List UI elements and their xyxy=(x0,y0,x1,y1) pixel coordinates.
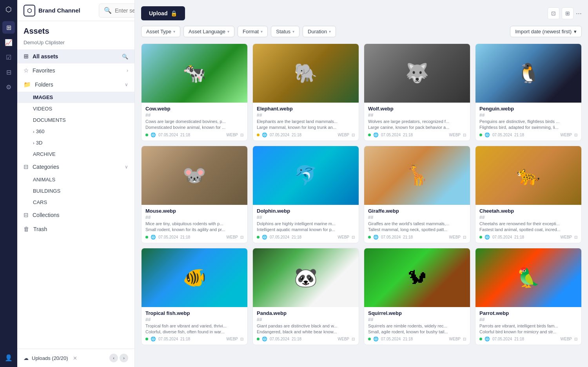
search-input[interactable] xyxy=(115,7,135,14)
asset-card[interactable]: 🐭 Mouse.webp ## Mice are tiny, ubiquitou… xyxy=(141,146,248,243)
asset-name: Giraffe.webp xyxy=(368,208,466,214)
sidebar-header: Assets xyxy=(17,21,134,40)
sidebar-folder-3d[interactable]: › 3D xyxy=(17,137,134,148)
asset-hash: ## xyxy=(257,112,355,118)
sidebar-category-cars[interactable]: CARS xyxy=(17,197,134,208)
asset-meta: 🌐 07.05.2024 21:18 WEBP ⊡ xyxy=(145,132,243,137)
asset-info: Dolphin.webp ## Dolphins are highly inte… xyxy=(253,205,359,243)
search-bar[interactable]: 🔍 xyxy=(99,4,135,18)
asset-desc1: Elephants are the largest land mammals..… xyxy=(257,119,355,131)
asset-card[interactable]: 🐬 Dolphin.webp ## Dolphins are highly in… xyxy=(252,146,359,243)
asset-thumbnail: 🦒 xyxy=(364,146,470,205)
asset-card[interactable]: 🐧 Penguin.webp ## Penguins are distincti… xyxy=(475,43,582,141)
sidebar-category-animals[interactable]: ANIMALS xyxy=(17,174,134,185)
asset-language-filter[interactable]: Asset Language ▾ xyxy=(183,26,234,37)
all-assets-label: All assets xyxy=(33,53,58,60)
asset-hash: ## xyxy=(479,215,577,220)
asset-info: Squirrel.webp ## Squirrels are nimble ro… xyxy=(364,307,470,345)
collapse-sidebar-btn[interactable]: ‹ xyxy=(109,354,118,362)
asset-meta: 🌐 07.05.2024 21:18 WEBP ⊡ xyxy=(257,336,355,342)
sidebar-item-collections[interactable]: ⊟ Collections xyxy=(17,208,134,222)
asset-desc1: Mice are tiny, ubiquitous rodents with p… xyxy=(145,221,243,233)
status-filter[interactable]: Status ▾ xyxy=(271,26,299,37)
upload-button[interactable]: Upload 🔒 xyxy=(141,6,185,20)
rail-user-icon[interactable]: 👤 xyxy=(2,351,15,364)
search-assets-icon[interactable]: 🔍 xyxy=(122,54,128,60)
categories-icon: ⊟ xyxy=(24,163,29,170)
duration-filter[interactable]: Duration ▾ xyxy=(303,26,336,37)
toolbar-right: ⊡ ⊞ ··· xyxy=(548,7,582,19)
asset-language-label: Asset Language xyxy=(189,29,225,34)
sort-select[interactable]: Import date (newest first) ▾ xyxy=(510,26,582,37)
format-filter[interactable]: Format ▾ xyxy=(238,26,268,37)
toolbar-left: Upload 🔒 xyxy=(141,6,185,20)
asset-date: 07.05.2024 xyxy=(158,133,178,137)
status-dot xyxy=(145,338,148,340)
asset-card[interactable]: 🦒 Giraffe.webp ## Giraffes are the world… xyxy=(364,146,470,243)
collections-label: Collections xyxy=(33,212,59,218)
asset-card[interactable]: 🐄 Cow.webp ## Cows are large domesticate… xyxy=(141,43,248,141)
asset-info: Elephant.webp ## Elephants are the large… xyxy=(253,103,359,141)
asset-card[interactable]: 🐠 Tropical fish.webp ## Tropical fish ar… xyxy=(141,248,248,345)
sidebar-folder-videos[interactable]: VIDEOS xyxy=(17,103,134,114)
asset-thumbnail: 🐘 xyxy=(253,44,359,103)
sidebar-footer-nav: ‹ › xyxy=(109,354,128,362)
asset-hash: ## xyxy=(145,112,243,118)
uploads-close-icon[interactable]: ✕ xyxy=(73,355,77,361)
toolbar: Upload 🔒 ⊡ ⊞ ··· xyxy=(141,6,582,20)
asset-card[interactable]: 🐘 Elephant.webp ## Elephants are the lar… xyxy=(252,43,359,141)
more-options-icon[interactable]: ··· xyxy=(576,9,582,18)
asset-format: WEBP xyxy=(338,133,349,137)
asset-date: 07.05.2024 xyxy=(158,337,178,341)
upload-label: Upload xyxy=(149,10,167,16)
trash-label: Trash xyxy=(33,226,47,232)
rail-analytics-icon[interactable]: 📈 xyxy=(2,36,15,49)
asset-card[interactable]: 🦜 Parrot.webp ## Parrots are vibrant, in… xyxy=(475,248,582,345)
asset-meta: 🌐 07.05.2024 21:18 WEBP ⊡ xyxy=(257,132,355,137)
asset-thumb-emoji: 🐘 xyxy=(253,44,359,103)
asset-desc1: Squirrels are nimble rodents, widely rec… xyxy=(368,323,466,335)
asset-card[interactable]: 🐺 Wolf.webp ## Wolves are large predator… xyxy=(364,43,470,141)
asset-card[interactable]: 🐼 Panda.webp ## Giant pandas are distinc… xyxy=(252,248,359,345)
rail-table-icon[interactable]: ⊟ xyxy=(2,66,15,78)
sidebar-category-buildings[interactable]: BUILDINGS xyxy=(17,185,134,197)
upload-cloud-icon: ☁ xyxy=(24,355,29,361)
sidebar-item-all-assets[interactable]: ⊞ All assets 🔍 xyxy=(17,49,134,63)
asset-hash: ## xyxy=(368,215,466,220)
asset-format-icon: ⊡ xyxy=(240,337,243,341)
status-dot xyxy=(479,338,482,340)
sidebar-folder-360[interactable]: › 360 xyxy=(17,126,134,137)
main-content: Upload 🔒 ⊡ ⊞ ··· Asset Type ▾ Asset Lang… xyxy=(135,0,588,367)
view-single-icon[interactable]: ⊡ xyxy=(548,7,559,19)
asset-name: Squirrel.webp xyxy=(368,310,466,316)
status-dot xyxy=(368,338,371,340)
status-dot xyxy=(145,134,148,136)
asset-info: Tropical fish.webp ## Tropical fish are … xyxy=(142,307,247,345)
asset-meta: 🌐 07.05.2024 21:18 WEBP ⊡ xyxy=(368,235,466,240)
sidebar-item-trash[interactable]: 🗑 Trash xyxy=(17,222,134,236)
status-caret-icon: ▾ xyxy=(292,29,294,34)
asset-thumb-emoji: 🐭 xyxy=(142,146,247,205)
asset-time: 21:18 xyxy=(403,235,413,239)
format-caret-icon: ▾ xyxy=(261,29,263,34)
sidebar-folder-documents[interactable]: DOCUMENTS xyxy=(17,114,134,126)
asset-card[interactable]: 🐿 Squirrel.webp ## Squirrels are nimble … xyxy=(364,248,470,345)
sidebar-folder-archive[interactable]: ARCHIVE xyxy=(17,148,134,160)
sidebar-folder-images[interactable]: IMAGES xyxy=(17,92,134,103)
asset-time: 21:18 xyxy=(403,337,413,341)
rail-assets-icon[interactable]: ⊞ xyxy=(2,21,15,34)
asset-type-filter[interactable]: Asset Type ▾ xyxy=(141,26,180,37)
rail-settings-icon[interactable]: ⚙ xyxy=(2,81,15,93)
rail-tasks-icon[interactable]: ☑ xyxy=(2,51,15,63)
asset-date: 07.05.2024 xyxy=(270,235,289,239)
asset-format: WEBP xyxy=(227,337,238,341)
sidebar-item-favorites[interactable]: ☆ Favorites › xyxy=(17,63,134,78)
view-grid-icon[interactable]: ⊞ xyxy=(562,7,573,19)
sidebar-item-folders[interactable]: 📁 Folders ∨ xyxy=(17,78,134,92)
expand-sidebar-btn[interactable]: › xyxy=(120,354,128,362)
asset-name: Dolphin.webp xyxy=(257,208,355,214)
asset-desc1: Dolphins are highly intelligent marine m… xyxy=(257,221,355,233)
sidebar-item-categories[interactable]: ⊟ Categories ∨ xyxy=(17,160,134,174)
asset-date: 07.05.2024 xyxy=(381,235,401,239)
asset-card[interactable]: 🐆 Cheetah.webp ## Cheetahs are renowned … xyxy=(475,146,582,243)
